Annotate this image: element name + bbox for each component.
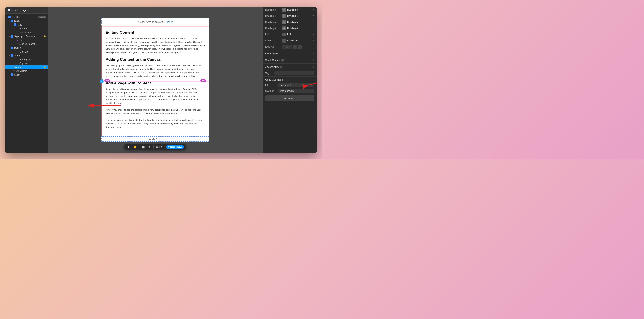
text-icon: T [16,50,18,53]
chevron-icon: ▾ [9,20,10,22]
style-row-code: Code C Inline Code ✕ [263,38,317,44]
sign-in-link[interactable]: Sign In [166,20,173,23]
cms-styles-add-button[interactable]: + [313,52,314,55]
link-value: Link [287,33,311,36]
heading4-tag: H4 Heading 4 [282,14,311,18]
file-label: File [265,84,277,86]
accessibility-section: Accessibility i + Tag p div span [263,64,317,76]
tree-label: All Visitors [16,70,46,72]
heading5-value: Heading 5 [287,21,311,24]
tree-item-signup-btn[interactable]: T Sign Up [5,50,48,54]
document-icon: 📄 [8,9,10,11]
tree-item-desktop[interactable]: ▾ ▪ Desktop Primary [5,15,48,19]
toolbar: ▶ ✋ ⬤ ☀ 61% ▾ Upgrade Now [124,144,186,150]
tree-item-sign-in[interactable]: T Sign In [5,62,48,65]
heading6-label: Heading 6 [265,27,281,30]
spacing-section: Spacing − + [263,44,317,50]
tree-item-stack4[interactable]: ▸ ▪ Stack [5,73,48,77]
tree-item-all-visitors[interactable]: T All Visitors [5,69,48,73]
accessibility-info-icon: i [280,66,282,68]
tag-select[interactable]: p div span [274,72,314,75]
code-overrides-collapse-button[interactable]: − [313,78,314,82]
link-close-button[interactable]: ✕ [313,33,314,36]
accessibility-add-button[interactable]: + [313,65,314,69]
text-icon: T [16,43,18,46]
code-overrides-section: Code Overrides − File FramerAuth [263,76,317,103]
h3-close-button[interactable]: ✕ [313,8,314,11]
cursor-icon[interactable]: ▶ [127,145,131,148]
tree-item-hero[interactable]: ❖ Hero [5,38,48,42]
lock-icon: 🔒 [44,35,46,37]
right-panel: Heading 3 H3 Heading 3 ✕ Heading 4 H4 He… [263,7,317,153]
tree-label: Stack [14,74,46,76]
tree-label: Sign Up [20,50,46,53]
tree-item-intro-teaser[interactable]: T Intro Teaser [5,30,48,34]
tree-item-signup[interactable]: ▾ ▪ Sign Up to Continue 🔒 [5,34,48,38]
style-row-link: Link A Link ✕ [263,31,317,38]
scroll-section-header[interactable]: Scroll Section i + [263,57,317,64]
tree-item-stack2[interactable]: ▸ ▪ Stack [5,23,48,27]
override-select[interactable]: withLoggedIn [278,89,314,93]
scroll-section-add-button[interactable]: + [313,58,314,62]
canvas-article: Editing Content You can choose to set up… [106,30,205,129]
spacing-minus-button[interactable]: − [293,45,297,49]
h5-close-button[interactable]: ✕ [313,21,314,23]
code-overrides-header: Code Overrides − [265,78,314,82]
text-icon: T [16,58,18,61]
sun-icon[interactable]: ☀ [147,145,152,148]
file-select[interactable]: FramerAuth [278,83,314,87]
styles-section: Heading 3 H3 Heading 3 ✕ Heading 4 H4 He… [263,7,317,44]
override-row: Override withLoggedIn [265,89,314,93]
chevron-icon: ▾ [9,55,10,56]
tree-label: Already hav... [20,58,46,61]
text-icon: T [16,31,18,34]
spacing-plus-button[interactable]: + [298,45,302,49]
code-close-button[interactable]: ✕ [313,39,314,42]
tree-item-signup-cont[interactable]: T Sign up to conti... [5,42,48,46]
panel-header[interactable]: 📄 Articles Pages ▾ [5,7,48,14]
h6-badge: H6 [282,26,286,30]
chevron-icon: ▾ [9,47,10,49]
circle-icon[interactable]: ⬤ [141,145,146,148]
stack-icon: ▪ [10,35,13,38]
heading3-value: Heading 3 [287,8,311,11]
h3-badge: H3 [282,8,286,12]
tree-item-stack3[interactable]: ▾ ▪ Stack [5,54,48,58]
canvas-area: Already have an account? Sign In ≡ 250 2… [48,7,263,153]
left-panel: 📄 Articles Pages ▾ ▾ ▪ Desktop Primary ▾… [5,7,48,153]
tree-label: Locked [14,66,43,68]
heading5-tag: H5 Heading 5 [282,20,311,24]
stack-icon: ▪ [8,16,11,18]
upgrade-button[interactable]: Upgrade Now [166,145,184,149]
tree-item-locked[interactable]: T Locked 🔒 [5,65,48,69]
stack-icon: ▪ [10,54,13,57]
style-row-h4: Heading 4 H4 Heading 4 ✕ [263,13,317,19]
heading4-label: Heading 4 [265,14,281,17]
tree-item-banner[interactable]: ▬ Banner [5,27,48,30]
edit-code-button[interactable]: Edit Code [265,96,314,102]
h5-badge: H5 [282,20,286,24]
spacing-badge-left: 250 [104,79,110,82]
zoom-chevron-icon: ▾ [161,146,162,148]
divider [164,145,164,148]
section3-title: Add a Page with Content [106,81,205,86]
accessibility-header[interactable]: Accessibility i + [263,64,317,70]
tree-item-stack1[interactable]: ▾ ▪ Stack [5,19,48,23]
canvas-bottom-bar: What's New › [101,136,209,142]
zoom-control[interactable]: 61% ▾ [156,146,162,148]
canvas-main: ≡ 250 250 Editing Content You can choose… [101,26,209,136]
blue-handle-dot[interactable]: ≡ [100,79,104,83]
section3-note: Note: If you chose to add the sample dat… [106,108,205,115]
tree-item-button[interactable]: ▾ ▪ Button [5,46,48,50]
a-badge: A [282,32,286,36]
section1-title: Editing Content [106,30,205,35]
canvas-content-wrapper: Already have an account? Sign In ≡ 250 2… [101,18,209,142]
spacing-input[interactable] [282,45,292,49]
hand-icon[interactable]: ✋ [133,145,137,148]
tree-item-already-hav[interactable]: T Already hav... [5,58,48,62]
cms-styles-header[interactable]: CMS Styles + [263,50,317,57]
chevron-icon: ▾ [9,36,10,37]
h4-close-button[interactable]: ✕ [313,14,314,17]
heading5-label: Heading 5 [265,21,281,24]
h6-close-button[interactable]: ✕ [313,27,314,30]
